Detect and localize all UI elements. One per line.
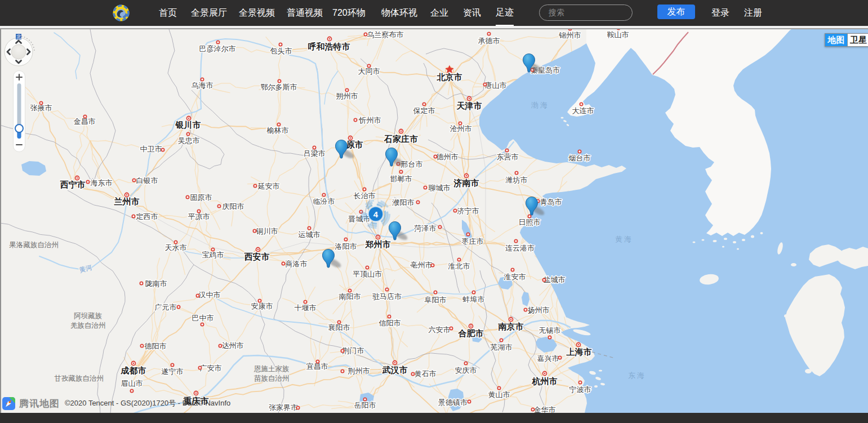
- svg-text:吕梁市: 吕梁市: [304, 149, 326, 158]
- svg-text:天水市: 天水市: [165, 243, 187, 252]
- svg-text:蚌埠市: 蚌埠市: [463, 295, 485, 304]
- svg-text:保定市: 保定市: [413, 106, 435, 115]
- svg-text:上海市: 上海市: [566, 347, 592, 357]
- svg-text:巴中市: 巴中市: [192, 314, 214, 322]
- svg-text:广安市: 广安市: [200, 364, 222, 372]
- svg-text:驻马店市: 驻马店市: [372, 292, 402, 301]
- svg-text:德阳市: 德阳市: [145, 342, 167, 350]
- svg-text:荆门市: 荆门市: [342, 346, 364, 355]
- svg-text:定西市: 定西市: [136, 212, 158, 221]
- svg-text:中卫市: 中卫市: [140, 145, 162, 153]
- svg-text:延安市: 延安市: [258, 182, 280, 190]
- svg-text:北京市: 北京市: [437, 72, 462, 82]
- svg-text:无锡市: 无锡市: [539, 326, 561, 335]
- svg-text:巴彦淖尔市: 巴彦淖尔市: [199, 44, 236, 53]
- svg-text:西安市: 西安市: [244, 252, 270, 261]
- svg-text:白银市: 白银市: [136, 176, 158, 185]
- svg-text:长治市: 长治市: [354, 192, 376, 200]
- svg-text:黄海: 黄海: [615, 235, 633, 243]
- svg-text:鄂尔多斯市: 鄂尔多斯市: [261, 83, 297, 91]
- svg-text:忻州市: 忻州市: [359, 116, 381, 124]
- svg-text:邢台市: 邢台市: [401, 160, 423, 168]
- svg-text:六安市: 六安市: [429, 326, 451, 334]
- svg-text:青岛市: 青岛市: [540, 198, 562, 206]
- svg-text:亳州市: 亳州市: [411, 261, 433, 269]
- svg-text:襄阳市: 襄阳市: [328, 323, 350, 332]
- svg-text:济宁市: 济宁市: [457, 207, 479, 215]
- svg-text:鞍山市: 鞍山市: [607, 30, 629, 39]
- svg-text:乌兰察布市: 乌兰察布市: [367, 30, 404, 39]
- svg-text:成都市: 成都市: [121, 366, 146, 375]
- svg-text:乌海市: 乌海市: [192, 81, 213, 90]
- svg-text:西宁市: 西宁市: [60, 180, 86, 189]
- svg-text:聊城市: 聊城市: [429, 184, 451, 192]
- svg-text:铜川市: 铜川市: [256, 227, 278, 235]
- svg-text:大连市: 大连市: [572, 106, 594, 115]
- svg-text:宝鸡市: 宝鸡市: [202, 251, 224, 259]
- svg-text:包头市: 包头市: [270, 47, 292, 55]
- svg-text:恩施土家族: 恩施土家族: [254, 365, 290, 373]
- svg-text:海东市: 海东市: [91, 179, 113, 187]
- svg-text:果洛藏族自治州: 果洛藏族自治州: [9, 241, 59, 249]
- svg-text:菏泽市: 菏泽市: [414, 224, 437, 233]
- svg-text:黄石市: 黄石市: [415, 369, 437, 378]
- svg-text:平凉市: 平凉市: [188, 212, 210, 221]
- svg-text:银川市: 银川市: [175, 120, 201, 130]
- svg-text:阿坝藏族: 阿坝藏族: [74, 312, 103, 320]
- svg-text:信阳市: 信阳市: [379, 319, 401, 327]
- svg-text:4: 4: [373, 210, 379, 219]
- svg-text:宁波市: 宁波市: [569, 385, 591, 394]
- svg-text:连云港市: 连云港市: [505, 244, 535, 252]
- svg-text:安康市: 安康市: [251, 302, 273, 310]
- svg-text:烟台市: 烟台市: [569, 154, 591, 162]
- svg-text:榆林市: 榆林市: [267, 126, 289, 135]
- svg-text:遂宁市: 遂宁市: [162, 367, 184, 376]
- svg-text:沧州市: 沧州市: [450, 124, 472, 133]
- svg-text:石家庄市: 石家庄市: [384, 134, 418, 144]
- svg-text:黄山市: 黄山市: [488, 390, 510, 399]
- svg-text:承德市: 承德市: [478, 37, 500, 45]
- svg-text:芜湖市: 芜湖市: [491, 343, 513, 351]
- svg-text:洛阳市: 洛阳市: [335, 242, 357, 251]
- svg-text:汉中市: 汉中市: [199, 291, 221, 299]
- svg-text:唐山市: 唐山市: [485, 81, 507, 90]
- svg-text:临汾市: 临汾市: [313, 197, 335, 206]
- svg-text:东海: 东海: [628, 371, 646, 380]
- svg-text:羌族自治州: 羌族自治州: [70, 322, 106, 330]
- svg-text:潍坊市: 潍坊市: [505, 176, 528, 184]
- svg-text:盐城市: 盐城市: [544, 275, 566, 284]
- svg-text:金华市: 金华市: [534, 406, 556, 413]
- svg-text:德州市: 德州市: [437, 153, 459, 161]
- svg-text:呼和浩特市: 呼和浩特市: [308, 42, 350, 51]
- svg-text:岳阳市: 岳阳市: [354, 401, 376, 409]
- svg-text:运城市: 运城市: [299, 230, 321, 239]
- svg-text:北: 北: [16, 34, 21, 39]
- svg-text:日照市: 日照市: [519, 218, 541, 226]
- svg-text:东营市: 东营市: [497, 153, 519, 161]
- svg-text:天津市: 天津市: [456, 101, 482, 110]
- svg-text:武汉市: 武汉市: [382, 365, 408, 375]
- svg-text:郑州市: 郑州市: [365, 239, 391, 249]
- svg-text:商洛市: 商洛市: [286, 260, 308, 268]
- svg-text:渤海: 渤海: [531, 101, 549, 109]
- svg-text:荆州市: 荆州市: [348, 367, 370, 375]
- svg-text:张家界市: 张家界市: [269, 403, 298, 412]
- svg-text:固原市: 固原市: [190, 193, 212, 202]
- svg-text:陇南市: 陇南市: [145, 279, 167, 288]
- svg-text:庆阳市: 庆阳市: [222, 202, 244, 211]
- svg-text:眉山市: 眉山市: [121, 379, 143, 388]
- svg-text:十堰市: 十堰市: [295, 304, 317, 312]
- svg-text:吴忠市: 吴忠市: [178, 136, 200, 145]
- svg-text:兰州市: 兰州市: [114, 197, 140, 206]
- svg-text:淮北市: 淮北市: [448, 262, 470, 270]
- svg-text:嘉兴市: 嘉兴市: [537, 354, 559, 363]
- svg-text:甘孜藏族自治州: 甘孜藏族自治州: [54, 375, 104, 382]
- svg-text:合肥市: 合肥市: [458, 328, 484, 338]
- svg-text:锦州市: 锦州市: [559, 31, 581, 39]
- svg-text:枣庄市: 枣庄市: [462, 237, 484, 246]
- svg-text:平顶山市: 平顶山市: [353, 270, 382, 278]
- svg-text:邯郸市: 邯郸市: [390, 175, 412, 183]
- svg-text:南阳市: 南阳市: [339, 292, 361, 301]
- svg-text:阜阳市: 阜阳市: [425, 296, 447, 304]
- svg-text:朔州市: 朔州市: [336, 92, 358, 100]
